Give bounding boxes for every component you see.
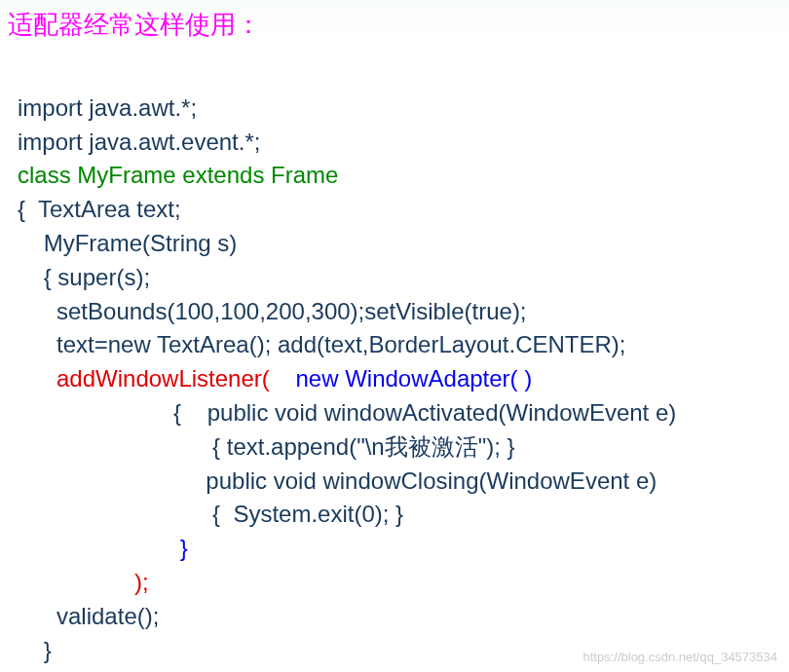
code-line: { public void windowActivated(WindowEven… <box>18 399 676 426</box>
code-constructor: new WindowAdapter( ) <box>295 365 532 392</box>
section-title: 适配器经常这样使用： <box>0 0 789 46</box>
code-line: import java.awt.event.*; <box>18 129 260 155</box>
code-line: } <box>18 637 57 663</box>
watermark: https://blog.csdn.net/qq_34573534 <box>583 650 778 664</box>
code-line: text=new TextArea(); add(text,BorderLayo… <box>18 331 625 357</box>
code-indent <box>18 365 56 392</box>
code-line: { TextArea text; <box>18 196 181 222</box>
code-line: public void windowClosing(WindowEvent e) <box>18 467 657 494</box>
code-line: class MyFrame extends Frame <box>18 162 338 188</box>
code-line: validate(); <box>18 603 159 629</box>
code-line: { text.append("\n我被激活"); } <box>18 433 515 460</box>
code-line: setBounds(100,100,200,300);setVisible(tr… <box>18 298 527 324</box>
code-line: import java.awt.*; <box>18 94 197 121</box>
code-line: { System.exit(0); } <box>18 501 403 527</box>
code-line: } <box>18 535 188 561</box>
code-block: import java.awt.*; import java.awt.event… <box>0 46 789 672</box>
code-line: ); <box>18 569 149 595</box>
code-line: { super(s); <box>18 264 150 290</box>
code-line: addWindowListener( new WindowAdapter( ) <box>18 365 532 392</box>
code-line: MyFrame(String s) <box>18 230 237 256</box>
code-method-call: addWindowListener( <box>56 365 270 392</box>
code-spacer <box>270 365 296 392</box>
